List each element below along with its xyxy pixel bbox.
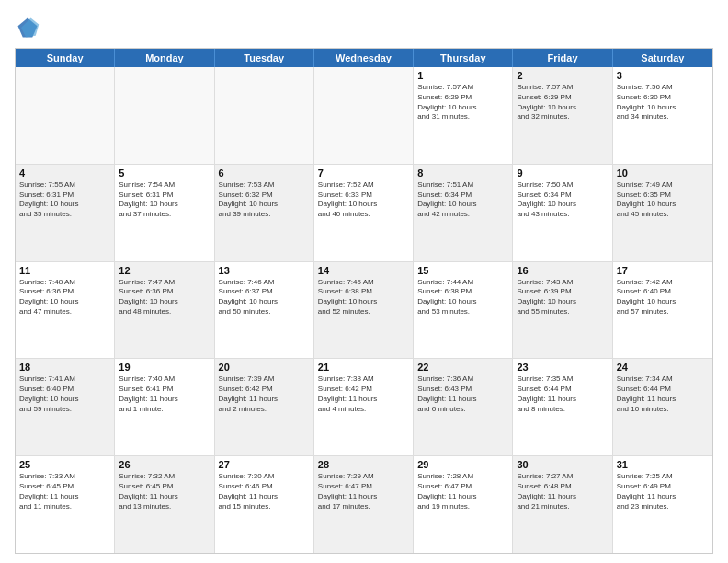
day-number: 21 — [318, 362, 409, 373]
cal-cell-r2-c6: 17Sunrise: 7:42 AM Sunset: 6:40 PM Dayli… — [613, 262, 712, 359]
cell-info: Sunrise: 7:38 AM Sunset: 6:42 PM Dayligh… — [318, 374, 409, 414]
cal-cell-r1-c6: 10Sunrise: 7:49 AM Sunset: 6:35 PM Dayli… — [613, 165, 712, 261]
weekday-header-monday: Monday — [115, 49, 214, 67]
weekday-header-thursday: Thursday — [414, 49, 513, 67]
cal-cell-r1-c1: 5Sunrise: 7:54 AM Sunset: 6:31 PM Daylig… — [115, 165, 214, 261]
cell-info: Sunrise: 7:52 AM Sunset: 6:33 PM Dayligh… — [318, 180, 409, 220]
cal-cell-r0-c5: 2Sunrise: 7:57 AM Sunset: 6:29 PM Daylig… — [513, 67, 612, 164]
cell-info: Sunrise: 7:53 AM Sunset: 6:32 PM Dayligh… — [219, 180, 310, 220]
cal-cell-r2-c3: 14Sunrise: 7:45 AM Sunset: 6:38 PM Dayli… — [314, 262, 414, 359]
cal-cell-r3-c4: 22Sunrise: 7:36 AM Sunset: 6:43 PM Dayli… — [414, 359, 513, 455]
weekday-header-tuesday: Tuesday — [215, 49, 314, 67]
cell-info: Sunrise: 7:42 AM Sunset: 6:40 PM Dayligh… — [617, 278, 709, 317]
cell-info: Sunrise: 7:47 AM Sunset: 6:36 PM Dayligh… — [119, 278, 210, 317]
day-number: 2 — [517, 70, 608, 81]
day-number: 13 — [219, 265, 310, 276]
calendar-header: SundayMondayTuesdayWednesdayThursdayFrid… — [16, 49, 712, 67]
cal-cell-r0-c4: 1Sunrise: 7:57 AM Sunset: 6:29 PM Daylig… — [414, 67, 513, 164]
cal-cell-r0-c6: 3Sunrise: 7:56 AM Sunset: 6:30 PM Daylig… — [613, 67, 712, 164]
day-number: 28 — [318, 459, 409, 470]
cell-info: Sunrise: 7:33 AM Sunset: 6:45 PM Dayligh… — [19, 472, 110, 511]
cal-cell-r2-c2: 13Sunrise: 7:46 AM Sunset: 6:37 PM Dayli… — [215, 262, 314, 359]
cell-info: Sunrise: 7:57 AM Sunset: 6:29 PM Dayligh… — [417, 83, 508, 122]
cell-info: Sunrise: 7:36 AM Sunset: 6:43 PM Dayligh… — [417, 374, 508, 414]
cal-cell-r4-c0: 25Sunrise: 7:33 AM Sunset: 6:45 PM Dayli… — [16, 456, 115, 553]
cal-row-4: 25Sunrise: 7:33 AM Sunset: 6:45 PM Dayli… — [16, 455, 712, 553]
cell-info: Sunrise: 7:35 AM Sunset: 6:44 PM Dayligh… — [517, 374, 608, 414]
weekday-header-friday: Friday — [513, 49, 612, 67]
cal-cell-r4-c1: 26Sunrise: 7:32 AM Sunset: 6:45 PM Dayli… — [115, 456, 214, 553]
cal-cell-r3-c0: 18Sunrise: 7:41 AM Sunset: 6:40 PM Dayli… — [16, 359, 115, 455]
day-number: 6 — [219, 167, 310, 178]
page: SundayMondayTuesdayWednesdayThursdayFrid… — [0, 0, 728, 563]
day-number: 29 — [417, 459, 508, 470]
cell-info: Sunrise: 7:48 AM Sunset: 6:36 PM Dayligh… — [19, 278, 110, 317]
cal-cell-r1-c2: 6Sunrise: 7:53 AM Sunset: 6:32 PM Daylig… — [215, 165, 314, 261]
day-number: 17 — [617, 265, 709, 276]
cell-info: Sunrise: 7:55 AM Sunset: 6:31 PM Dayligh… — [19, 180, 110, 220]
cell-info: Sunrise: 7:49 AM Sunset: 6:35 PM Dayligh… — [617, 180, 709, 220]
day-number: 16 — [517, 265, 608, 276]
cal-cell-r1-c0: 4Sunrise: 7:55 AM Sunset: 6:31 PM Daylig… — [16, 165, 115, 261]
cell-info: Sunrise: 7:44 AM Sunset: 6:38 PM Dayligh… — [417, 278, 508, 317]
cell-info: Sunrise: 7:41 AM Sunset: 6:40 PM Dayligh… — [19, 374, 110, 414]
cal-cell-r2-c5: 16Sunrise: 7:43 AM Sunset: 6:39 PM Dayli… — [513, 262, 612, 359]
day-number: 11 — [19, 265, 110, 276]
cal-cell-r0-c1 — [115, 67, 214, 164]
day-number: 27 — [219, 459, 310, 470]
day-number: 5 — [119, 167, 210, 178]
day-number: 15 — [417, 265, 508, 276]
weekday-header-saturday: Saturday — [613, 49, 712, 67]
cell-info: Sunrise: 7:28 AM Sunset: 6:47 PM Dayligh… — [417, 472, 508, 511]
cell-info: Sunrise: 7:54 AM Sunset: 6:31 PM Dayligh… — [119, 180, 210, 220]
cal-cell-r1-c4: 8Sunrise: 7:51 AM Sunset: 6:34 PM Daylig… — [414, 165, 513, 261]
day-number: 3 — [617, 70, 709, 81]
cal-row-2: 11Sunrise: 7:48 AM Sunset: 6:36 PM Dayli… — [16, 261, 712, 359]
cell-info: Sunrise: 7:51 AM Sunset: 6:34 PM Dayligh… — [417, 180, 508, 220]
day-number: 22 — [417, 362, 508, 373]
day-number: 19 — [119, 362, 210, 373]
cell-info: Sunrise: 7:56 AM Sunset: 6:30 PM Dayligh… — [617, 83, 709, 122]
cell-info: Sunrise: 7:30 AM Sunset: 6:46 PM Dayligh… — [219, 472, 310, 511]
day-number: 1 — [417, 70, 508, 81]
cell-info: Sunrise: 7:46 AM Sunset: 6:37 PM Dayligh… — [219, 278, 310, 317]
cal-cell-r3-c1: 19Sunrise: 7:40 AM Sunset: 6:41 PM Dayli… — [115, 359, 214, 455]
day-number: 8 — [417, 167, 508, 178]
cal-cell-r3-c2: 20Sunrise: 7:39 AM Sunset: 6:42 PM Dayli… — [215, 359, 314, 455]
cal-cell-r3-c6: 24Sunrise: 7:34 AM Sunset: 6:44 PM Dayli… — [613, 359, 712, 455]
day-number: 24 — [617, 362, 709, 373]
cal-cell-r4-c4: 29Sunrise: 7:28 AM Sunset: 6:47 PM Dayli… — [414, 456, 513, 553]
cell-info: Sunrise: 7:40 AM Sunset: 6:41 PM Dayligh… — [119, 374, 210, 414]
calendar-body: 1Sunrise: 7:57 AM Sunset: 6:29 PM Daylig… — [16, 67, 712, 553]
cal-cell-r1-c3: 7Sunrise: 7:52 AM Sunset: 6:33 PM Daylig… — [314, 165, 414, 261]
cell-info: Sunrise: 7:57 AM Sunset: 6:29 PM Dayligh… — [517, 83, 608, 122]
day-number: 30 — [517, 459, 608, 470]
cal-cell-r4-c6: 31Sunrise: 7:25 AM Sunset: 6:49 PM Dayli… — [613, 456, 712, 553]
header — [15, 15, 713, 40]
cal-cell-r1-c5: 9Sunrise: 7:50 AM Sunset: 6:34 PM Daylig… — [513, 165, 612, 261]
cal-cell-r2-c4: 15Sunrise: 7:44 AM Sunset: 6:38 PM Dayli… — [414, 262, 513, 359]
day-number: 25 — [19, 459, 110, 470]
day-number: 10 — [617, 167, 709, 178]
cell-info: Sunrise: 7:25 AM Sunset: 6:49 PM Dayligh… — [617, 472, 709, 511]
cell-info: Sunrise: 7:27 AM Sunset: 6:48 PM Dayligh… — [517, 472, 608, 511]
day-number: 7 — [318, 167, 409, 178]
cal-row-1: 4Sunrise: 7:55 AM Sunset: 6:31 PM Daylig… — [16, 164, 712, 261]
cal-row-0: 1Sunrise: 7:57 AM Sunset: 6:29 PM Daylig… — [16, 67, 712, 164]
weekday-header-sunday: Sunday — [16, 49, 115, 67]
cell-info: Sunrise: 7:39 AM Sunset: 6:42 PM Dayligh… — [219, 374, 310, 414]
day-number: 12 — [119, 265, 210, 276]
day-number: 26 — [119, 459, 210, 470]
day-number: 9 — [517, 167, 608, 178]
day-number: 14 — [318, 265, 409, 276]
calendar: SundayMondayTuesdayWednesdayThursdayFrid… — [15, 48, 713, 554]
cell-info: Sunrise: 7:32 AM Sunset: 6:45 PM Dayligh… — [119, 472, 210, 511]
cal-cell-r2-c1: 12Sunrise: 7:47 AM Sunset: 6:36 PM Dayli… — [115, 262, 214, 359]
cal-cell-r4-c2: 27Sunrise: 7:30 AM Sunset: 6:46 PM Dayli… — [215, 456, 314, 553]
cal-cell-r0-c2 — [215, 67, 314, 164]
weekday-header-wednesday: Wednesday — [314, 49, 414, 67]
day-number: 23 — [517, 362, 608, 373]
cal-cell-r3-c3: 21Sunrise: 7:38 AM Sunset: 6:42 PM Dayli… — [314, 359, 414, 455]
cell-info: Sunrise: 7:29 AM Sunset: 6:47 PM Dayligh… — [318, 472, 409, 511]
cal-cell-r4-c5: 30Sunrise: 7:27 AM Sunset: 6:48 PM Dayli… — [513, 456, 612, 553]
